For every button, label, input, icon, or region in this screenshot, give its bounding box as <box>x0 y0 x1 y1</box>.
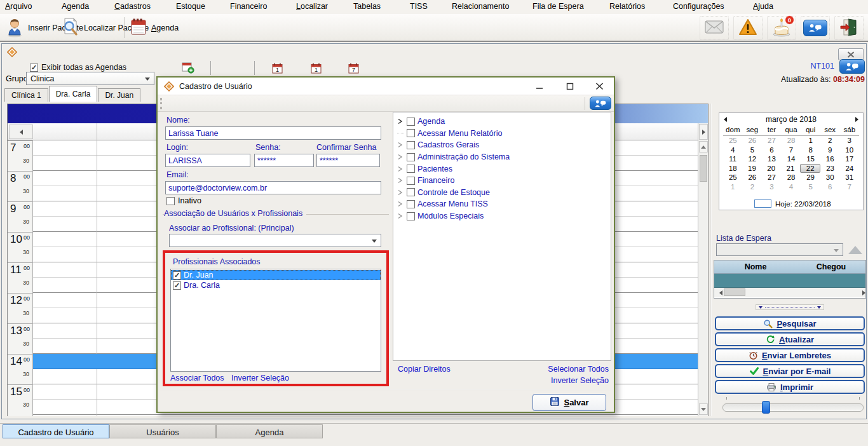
zoom-slider-track[interactable] <box>722 403 864 412</box>
birthdays-button[interactable]: 0 <box>767 16 796 40</box>
calendar-day[interactable]: 5 <box>743 145 763 155</box>
calendar-day[interactable]: 13 <box>762 154 782 164</box>
checkbox-icon[interactable] <box>407 200 415 208</box>
calendar-day[interactable]: 3 <box>762 182 782 192</box>
bottom-tab-usuarios[interactable]: Usuários <box>109 424 216 438</box>
checkbox-icon[interactable] <box>407 118 415 126</box>
bottom-tab-agenda[interactable]: Agenda <box>216 424 323 438</box>
calendar-day[interactable]: 7 <box>839 182 859 192</box>
waitlist-dropdown[interactable] <box>716 243 843 256</box>
calendar-day[interactable]: 21 <box>781 164 800 173</box>
action-button-enviar-por-e-mail[interactable]: Enviar por E-mail <box>715 364 865 378</box>
calendar-day[interactable]: 17 <box>839 154 859 164</box>
calendar-day[interactable]: 14 <box>782 154 801 164</box>
chat-users-button[interactable] <box>839 59 865 74</box>
menu-item-agenda[interactable]: Agenda <box>62 2 89 11</box>
calendar-day[interactable]: 24 <box>840 164 859 173</box>
email-input[interactable]: suporte@doctorview.com.br <box>165 181 381 194</box>
drag-grip-icon[interactable] <box>160 98 163 109</box>
tree-item-controle-de-estoque[interactable]: Controle de Estoque <box>397 187 611 199</box>
prev-month-button[interactable] <box>721 117 727 122</box>
checkbox-icon[interactable] <box>407 212 415 220</box>
agenda-tab-dra-carla[interactable]: Dra. Carla <box>49 86 98 102</box>
calendar-day[interactable]: 4 <box>782 182 801 192</box>
chevron-right-icon[interactable] <box>397 177 404 184</box>
calendar-day[interactable]: 20 <box>762 164 781 173</box>
name-input[interactable]: Larissa Tuane <box>165 126 381 140</box>
chevron-right-icon[interactable] <box>397 189 404 196</box>
calendar-day[interactable]: 19 <box>742 164 761 173</box>
calendar-day[interactable]: 28 <box>782 173 801 182</box>
menu-item-arquivo[interactable]: Arquivo <box>5 2 32 11</box>
calendar-day-selected[interactable]: 22 <box>800 164 820 173</box>
checkbox-icon[interactable] <box>407 165 415 173</box>
add-appointment-icon[interactable] <box>182 62 194 76</box>
checkbox-icon[interactable] <box>407 153 415 161</box>
calendar-day[interactable]: 8 <box>801 145 820 155</box>
horizontal-scrollbar[interactable] <box>714 288 865 297</box>
copy-rights-link[interactable]: Copiar Direitos <box>398 365 451 374</box>
calendar-day[interactable]: 6 <box>820 182 840 192</box>
calendar-day[interactable]: 28 <box>782 136 801 145</box>
professional-item-dra-carla[interactable]: Dra. Carla <box>171 280 381 290</box>
maximize-button[interactable] <box>562 81 578 92</box>
confirm-password-input[interactable]: ****** <box>316 154 380 167</box>
agenda-tab-dr-juan[interactable]: Dr. Juan <box>98 88 140 102</box>
calendar-day-icon-1[interactable]: 1 <box>311 63 322 74</box>
mail-button[interactable] <box>700 16 729 40</box>
calendar-day[interactable]: 30 <box>820 173 840 182</box>
column-header-chegou[interactable]: Chegou <box>797 262 865 271</box>
calendar-day[interactable]: 31 <box>839 173 859 182</box>
menu-item-tabelas[interactable]: Tabelas <box>353 2 381 11</box>
minimize-button[interactable] <box>531 81 548 92</box>
left-arrow-icon[interactable] <box>717 290 722 295</box>
tree-item-agenda[interactable]: Agenda <box>397 116 611 128</box>
menu-item-estoque[interactable]: Estoque <box>176 2 205 11</box>
splitter-widget[interactable] <box>756 304 824 310</box>
tree-item-modulos-especiais[interactable]: Módulos Especiais <box>397 210 611 222</box>
scroll-right-button[interactable] <box>699 124 708 140</box>
professionals-listbox[interactable]: Dr. JuanDra. Carla <box>170 269 381 372</box>
calendar-day[interactable]: 3 <box>839 136 859 145</box>
tree-item-acessar-menu-tiss[interactable]: Acessar Menu TISS <box>397 198 611 210</box>
checkbox-icon[interactable] <box>407 177 415 185</box>
associate-all-link[interactable]: Associar Todos <box>170 374 224 382</box>
chevron-right-icon[interactable] <box>397 154 404 160</box>
scroll-up-button[interactable] <box>699 141 708 152</box>
calendar-day[interactable]: 1 <box>801 136 820 145</box>
menu-item-relacionamento[interactable]: Relacionamento <box>452 2 509 11</box>
action-button-enviar-lembretes[interactable]: Enviar Lembretes <box>715 348 865 362</box>
menu-item-localizar[interactable]: Localizar <box>296 2 328 11</box>
calendar-day[interactable]: 23 <box>820 164 839 173</box>
invert-selection-link[interactable]: Inverter Seleção <box>231 374 289 382</box>
calendar-day[interactable]: 26 <box>743 173 763 182</box>
vertical-scrollbar[interactable] <box>698 123 708 416</box>
tree-item-cadastros-gerais[interactable]: Cadastros Gerais <box>397 139 611 151</box>
calendar-day[interactable]: 29 <box>801 173 820 182</box>
calendar-day[interactable]: 26 <box>743 136 763 145</box>
collapse-up-icon[interactable] <box>848 246 862 254</box>
calendar-day[interactable]: 27 <box>762 136 782 145</box>
menu-item-ajuda[interactable]: Ajuda <box>753 2 773 11</box>
calendar-day[interactable]: 10 <box>839 145 859 155</box>
calendar-day-icon-1[interactable]: 1 <box>272 63 283 74</box>
save-button[interactable]: Salvar <box>532 394 606 411</box>
chevron-right-icon[interactable] <box>397 201 404 207</box>
bottom-tab-cadastro-de-usuario[interactable]: Cadastro de Usuário <box>3 424 109 438</box>
agenda-button[interactable]: Agenda <box>127 16 181 40</box>
tree-item-pacientes[interactable]: Pacientes <box>397 163 611 175</box>
select-all-link[interactable]: Selecionar Todos <box>548 365 609 374</box>
calendar-day[interactable]: 2 <box>743 182 763 192</box>
login-input[interactable]: LARISSA <box>165 154 250 167</box>
exit-button[interactable] <box>834 16 864 40</box>
calendar-day-icon-7[interactable]: 7 <box>348 63 359 74</box>
dialog-titlebar[interactable]: Cadastro de Usuário <box>158 78 614 95</box>
close-button[interactable] <box>591 81 607 92</box>
menu-item-configuracoes[interactable]: Configurações <box>673 2 724 11</box>
menu-item-tiss[interactable]: TISS <box>410 2 428 11</box>
checkbox-icon[interactable] <box>407 141 415 149</box>
scrollbar-thumb[interactable] <box>724 288 745 296</box>
calendar-day[interactable]: 16 <box>820 154 840 164</box>
principal-dropdown[interactable] <box>169 234 381 247</box>
scroll-left-button[interactable] <box>9 125 33 139</box>
